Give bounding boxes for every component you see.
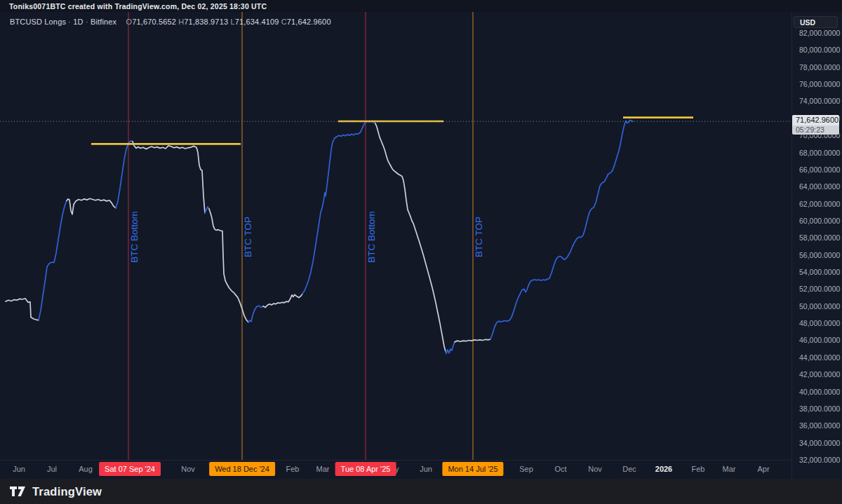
price-axis-label: 82,000.0000	[799, 29, 840, 37]
exchange-label: Bitfinex	[91, 18, 116, 26]
price-line-segment	[67, 198, 116, 214]
price-axis-label: 56,000.0000	[799, 251, 840, 259]
interval-label: 1D	[73, 18, 83, 26]
price-line-segment	[490, 120, 633, 339]
marker-date-badge[interactable]: Mon 14 Jul '25	[442, 462, 503, 476]
price-axis-label: 42,000.0000	[799, 370, 840, 379]
price-axis-label: 76,000.0000	[799, 80, 840, 88]
symbol-title: BTCUSD Longs	[10, 18, 66, 26]
time-axis-month-label: Nov	[181, 465, 195, 473]
price-axis-label: 34,000.0000	[799, 439, 840, 447]
price-axis-label: 60,000.0000	[799, 217, 840, 225]
price-line-segment	[6, 299, 39, 320]
marker-date-badge[interactable]: Sat 07 Sep '24	[99, 462, 161, 476]
marker-vline-label: BTC Bottom	[129, 211, 140, 263]
watermark-text: Toniks0071BTC created with TradingView.c…	[9, 2, 267, 11]
price-axis-label: 64,000.0000	[799, 182, 840, 191]
price-axis-label: 74,000.0000	[799, 97, 840, 105]
price-axis-label: 80,000.0000	[799, 46, 840, 54]
bar-countdown: 05:29:23	[792, 125, 839, 135]
time-axis-month-label: Mar	[316, 465, 330, 473]
price-axis-label: 50,000.0000	[799, 302, 840, 311]
time-axis-month-label: Sep	[519, 465, 533, 473]
ohlc-values: O71,670.5652 H71,838.9713 L71,634.4109 C…	[126, 18, 330, 26]
time-axis-month-label: Nov	[588, 465, 602, 473]
price-line-segment	[39, 200, 67, 320]
price-line-segment	[116, 141, 133, 208]
time-axis-month-label: Feb	[286, 465, 300, 473]
tradingview-chart-window: Toniks0071BTC created with TradingView.c…	[0, 0, 842, 504]
price-axis[interactable]: 82,000.000080,000.000078,000.000076,000.…	[791, 0, 842, 479]
price-axis-label: 62,000.0000	[799, 200, 840, 208]
time-axis-month-label: Oct	[554, 465, 566, 473]
time-axis-month-label: Jun	[420, 465, 432, 473]
time-axis-year-label: 2026	[655, 465, 672, 473]
price-axis-label: 32,000.0000	[799, 456, 840, 464]
price-axis-label: 54,000.0000	[799, 268, 840, 276]
price-line-segment	[263, 294, 302, 308]
time-axis[interactable]: JunJulAugOctNovFebMarMayJunSepOctNovDec2…	[0, 460, 791, 479]
watermark-bar: Toniks0071BTC created with TradingView.c…	[0, 0, 842, 12]
footer-bar: TradingView	[0, 479, 842, 504]
time-axis-month-label: Aug	[79, 465, 93, 473]
price-axis-label: 66,000.0000	[799, 165, 840, 174]
time-axis-month-label: Apr	[757, 465, 769, 473]
price-line-segment	[248, 306, 263, 322]
price-axis-label: 68,000.0000	[799, 149, 840, 157]
price-axis-label: 44,000.0000	[799, 353, 840, 362]
marker-vline-label: BTC TOP	[243, 217, 253, 257]
symbol-legend[interactable]: BTCUSD Longs · 1D · Bitfinex O71,670.565…	[10, 18, 331, 26]
last-price-badge: 71,642.9600 05:29:23	[792, 115, 839, 135]
price-axis-label: 46,000.0000	[799, 336, 840, 344]
currency-toggle-button[interactable]: USD	[794, 16, 838, 28]
price-axis-label: 48,000.0000	[799, 319, 840, 327]
time-axis-month-label: Jul	[47, 465, 57, 473]
marker-vline-label: BTC Bottom	[366, 211, 377, 263]
price-axis-label: 40,000.0000	[799, 388, 840, 396]
price-axis-label: 38,000.0000	[799, 404, 840, 413]
time-axis-month-label: Jun	[13, 465, 25, 473]
price-axis-label: 78,000.0000	[799, 63, 840, 71]
marker-date-badge[interactable]: Tue 08 Apr '25	[335, 462, 396, 476]
price-line-segment	[375, 123, 446, 351]
price-axis-label: 52,000.0000	[799, 285, 840, 293]
price-line-segment	[446, 342, 455, 354]
time-axis-month-label: Dec	[622, 465, 636, 473]
marker-vline-label: BTC TOP	[474, 217, 484, 257]
price-line-segment	[133, 142, 205, 213]
price-axis-label: 58,000.0000	[799, 233, 840, 242]
last-price-value: 71,642.9600	[792, 115, 839, 125]
price-axis-label: 36,000.0000	[799, 421, 840, 430]
tradingview-logo-icon[interactable]	[9, 484, 27, 498]
price-line-segment	[302, 121, 375, 294]
time-axis-month-label: Mar	[723, 465, 736, 473]
tradingview-brand-text: TradingView	[32, 485, 102, 498]
time-axis-month-label: Feb	[692, 465, 705, 473]
marker-date-badge[interactable]: Wed 18 Dec '24	[209, 462, 275, 476]
chart-canvas[interactable]: BTC BottomBTC TOPBTC BottomBTC TOP	[0, 0, 791, 479]
price-line-segment	[205, 207, 209, 213]
